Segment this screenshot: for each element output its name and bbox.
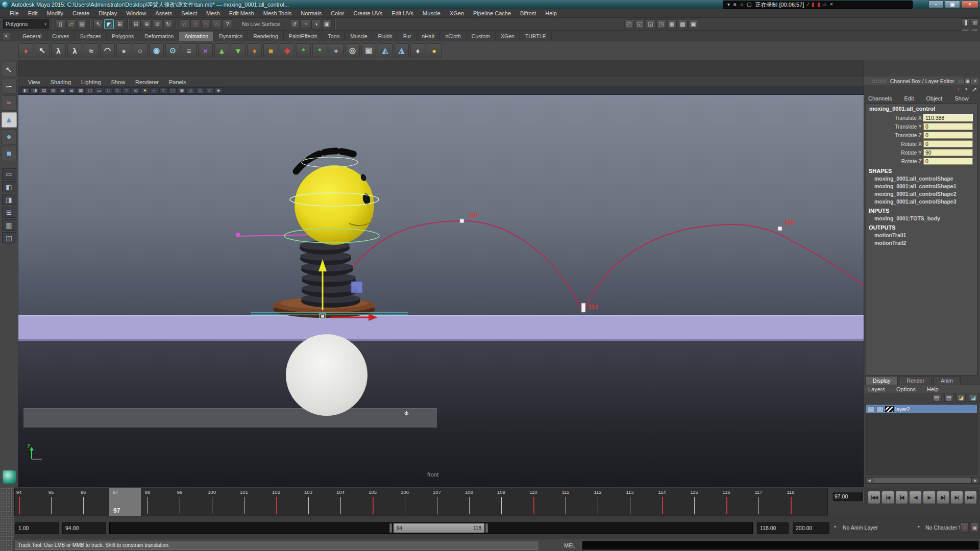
- joint-icon[interactable]: ●: [116, 43, 131, 58]
- viewport-toolbar-icon-11[interactable]: ◇: [113, 87, 121, 94]
- menu-edit[interactable]: Edit: [23, 10, 42, 16]
- render-frame-icon[interactable]: ◔: [301, 19, 310, 29]
- panel-toggle-icon[interactable]: ◳: [656, 19, 666, 29]
- panel-menu-panels[interactable]: Panels: [164, 79, 191, 85]
- select-object-icon[interactable]: ◩: [104, 19, 114, 29]
- attribute-value-field[interactable]: 0: [923, 123, 973, 130]
- trail-key-122[interactable]: [778, 227, 782, 231]
- select-component-icon[interactable]: ⊞: [115, 19, 125, 29]
- viewport-toolbar-icon-12[interactable]: ○: [122, 87, 131, 94]
- render-settings-icon[interactable]: ▣: [322, 19, 332, 29]
- menu-mesh[interactable]: Mesh: [202, 10, 225, 16]
- screen-recorder-toolbar[interactable]: ▾ ≡ ○ ▢ 正在录制 [00:06:57] ∕ ⌂ ×: [723, 1, 913, 9]
- viewport-toolbar-icon-9[interactable]: ▭: [95, 87, 103, 94]
- menu-modify[interactable]: Modify: [42, 10, 68, 16]
- menu-normals[interactable]: Normals: [296, 10, 326, 16]
- ghost-icon[interactable]: ♦: [410, 43, 425, 58]
- highlight-icon[interactable]: ⊕: [142, 19, 152, 29]
- shelf-tab-fur[interactable]: Fur: [398, 32, 417, 41]
- channel-box-item[interactable]: moxing_0001:TOTS_body: [866, 214, 977, 222]
- shelf-tab-surfaces[interactable]: Surfaces: [75, 32, 107, 41]
- menu-edit-mesh[interactable]: Edit Mesh: [225, 10, 259, 16]
- shelf-tab-painteffects[interactable]: PaintEffects: [284, 32, 323, 41]
- trail-tangent[interactable]: [238, 235, 312, 236]
- viewport-toolbar-icon-22[interactable]: ◈: [214, 87, 223, 94]
- viewport-toolbar-icon-5[interactable]: ⊞: [58, 87, 66, 94]
- layer-menu-options[interactable]: Options: [896, 386, 916, 392]
- channel-box-header[interactable]: Channel Box / Layer Editor ▣ ×: [864, 77, 980, 85]
- menu-help[interactable]: Help: [541, 10, 561, 16]
- layout-preset-1[interactable]: ▭: [2, 168, 16, 180]
- texture-toggle-icon[interactable]: ▩: [678, 19, 688, 29]
- range-start-handle[interactable]: [389, 523, 392, 533]
- select-icon[interactable]: ↖: [35, 43, 50, 58]
- step-forward-frame-button[interactable]: ▶|: [950, 491, 963, 504]
- move-tool[interactable]: ▲: [2, 112, 17, 128]
- drag-handle[interactable]: [872, 79, 886, 83]
- viewport-toolbar-icon-16[interactable]: ○: [159, 87, 167, 94]
- panel-menu-lighting[interactable]: Lighting: [77, 79, 106, 85]
- shelf-tab-custom[interactable]: Custom: [467, 32, 496, 41]
- recorder-close-icon[interactable]: ×: [830, 2, 833, 7]
- menu-window[interactable]: Window: [121, 10, 151, 16]
- recorder-menu-icon[interactable]: ▾: [727, 2, 730, 7]
- viewport-toolbar-icon-2[interactable]: ◨: [31, 87, 39, 94]
- recorder-settings-icon[interactable]: ≡: [733, 2, 737, 7]
- layer-color-swatch[interactable]: [885, 406, 894, 412]
- spring-coils[interactable]: [300, 241, 360, 308]
- circle-control-icon[interactable]: ◎: [345, 43, 360, 58]
- trail-key-110[interactable]: [460, 219, 464, 223]
- scroll-left-icon[interactable]: ◀: [866, 478, 873, 483]
- snap-view-icon[interactable]: ?: [223, 19, 232, 29]
- layer-list[interactable]: layer2: [866, 404, 977, 474]
- shelf-tab-polygons[interactable]: Polygons: [107, 32, 139, 41]
- current-time-field[interactable]: 97.00: [832, 492, 864, 502]
- panel-menu-show[interactable]: Show: [107, 79, 130, 85]
- keyframe-icon[interactable]: ◆: [280, 43, 295, 58]
- menu-edit-uvs[interactable]: Edit UVs: [387, 10, 418, 16]
- animation-start-field[interactable]: 1.00: [15, 522, 59, 534]
- motion-trail-icon[interactable]: *: [296, 43, 311, 58]
- viewport-toolbar-icon-3[interactable]: ▤: [40, 87, 48, 94]
- viewport-toolbar-icon-15[interactable]: ◐: [150, 87, 158, 94]
- mel-toggle-button[interactable]: MEL: [559, 541, 580, 550]
- recorder-region-icon[interactable]: ▢: [747, 2, 751, 7]
- chevron-down-icon[interactable]: ▾: [918, 524, 920, 529]
- channel-box-item[interactable]: motionTrail1: [866, 231, 977, 239]
- ik-handle-icon[interactable]: λ: [67, 43, 82, 58]
- shelf-tab-animation[interactable]: Animation: [179, 32, 214, 41]
- sidebar-attr-editor-icon[interactable]: ▐: [961, 18, 969, 27]
- menu-display[interactable]: Display: [94, 10, 121, 16]
- shelf-tab-deformation[interactable]: Deformation: [139, 32, 179, 41]
- menu-file[interactable]: File: [5, 10, 23, 16]
- attribute-value-field[interactable]: 110.388: [923, 114, 973, 121]
- blendshape-icon[interactable]: ≡: [182, 43, 197, 58]
- viewport-toolbar-icon-4[interactable]: ▥: [49, 87, 57, 94]
- anim-layer-selector[interactable]: No Anim Layer: [843, 524, 878, 531]
- animation-end-field[interactable]: 200.00: [793, 522, 829, 534]
- playback-end-field[interactable]: 118.00: [757, 522, 789, 534]
- open-scene-icon[interactable]: ▱: [66, 19, 76, 29]
- chevron-down-icon[interactable]: ▾: [834, 524, 836, 529]
- parent-constraint-icon[interactable]: ■: [263, 43, 278, 58]
- menu-pipeline-cache[interactable]: Pipeline Cache: [469, 10, 516, 16]
- range-end-handle[interactable]: [485, 523, 488, 533]
- shelf-tab-fluids[interactable]: Fluids: [373, 32, 398, 41]
- trail-key-114[interactable]: [581, 303, 585, 312]
- layout-preset-5[interactable]: ▥: [2, 219, 16, 231]
- lock-selection-icon[interactable]: ⊟: [131, 19, 141, 29]
- anim-prefs-icon[interactable]: ▣: [970, 522, 979, 533]
- locator-icon[interactable]: ○: [133, 43, 148, 58]
- menu-muscle[interactable]: Muscle: [418, 10, 445, 16]
- range-slider-bar[interactable]: 94 118: [394, 523, 484, 533]
- recorder-pen-icon[interactable]: ∕: [807, 2, 808, 7]
- channel-box-menu-channels[interactable]: Channels: [868, 95, 892, 102]
- layer-row[interactable]: layer2: [866, 405, 977, 413]
- layer-menu-help[interactable]: Help: [927, 386, 939, 392]
- viewport-toolbar-icon-20[interactable]: △: [196, 87, 204, 94]
- channel-box-menu-edit[interactable]: Edit: [904, 95, 914, 102]
- horizontal-scrollbar[interactable]: ◀ ▶: [865, 477, 979, 484]
- selected-object-name[interactable]: moxing_0001:all_control: [866, 104, 977, 113]
- attribute-value-field[interactable]: 0: [923, 132, 973, 139]
- layer-menu-layers[interactable]: Layers: [868, 386, 885, 392]
